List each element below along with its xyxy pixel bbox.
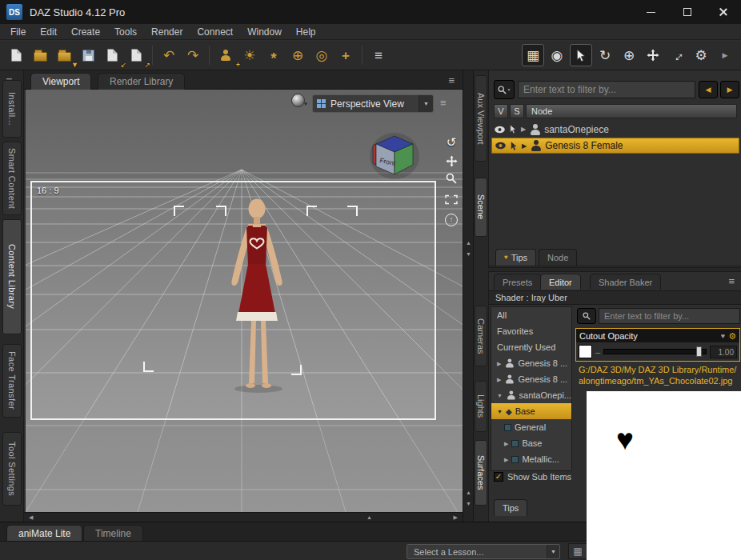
camera-pan-icon[interactable]	[443, 152, 460, 170]
surfaces-list-item-base-selected[interactable]: Base	[491, 403, 571, 419]
pane-layout-button[interactable]	[367, 44, 390, 66]
undo-button[interactable]	[158, 44, 180, 66]
viewport-horizontal-scrollbar[interactable]	[24, 512, 463, 522]
visibility-column-header[interactable]: V	[494, 104, 508, 118]
menu-create[interactable]: Create	[64, 24, 107, 40]
menu-file[interactable]: File	[3, 24, 33, 40]
scroll-up-icon[interactable]	[466, 240, 471, 246]
camera-reset-icon[interactable]	[443, 211, 460, 229]
point-light-button[interactable]	[262, 44, 285, 66]
geometry-grid-tool-button[interactable]	[522, 44, 544, 66]
cursor-icon[interactable]	[511, 142, 518, 150]
scene-row-genesis-8-female[interactable]: Genesis 8 Female	[491, 138, 739, 154]
expander-icon[interactable]	[504, 441, 508, 446]
opacity-slider[interactable]	[603, 349, 707, 354]
aim-target-button[interactable]	[334, 44, 357, 66]
property-gear-icon[interactable]	[728, 331, 736, 341]
texture-map-swatch[interactable]	[579, 345, 592, 358]
expander-icon[interactable]	[522, 142, 527, 150]
tab-render-library[interactable]: Render Library	[98, 73, 185, 90]
universal-tool-button[interactable]	[618, 44, 640, 66]
scene-bottom-tab-tips[interactable]: Tips	[495, 249, 536, 266]
tab-animate-lite[interactable]: aniMate Lite	[6, 525, 82, 542]
camera-button[interactable]	[310, 44, 333, 66]
opacity-value[interactable]: 1.00	[710, 346, 737, 358]
viewport-options-icon[interactable]	[440, 97, 447, 109]
nudge-minus-icon[interactable]	[595, 347, 600, 357]
scene-row-santaonepiece[interactable]: santaOnepiece	[494, 122, 737, 137]
scene-filter-input[interactable]	[518, 81, 695, 98]
camera-zoom-icon[interactable]	[443, 170, 460, 187]
layout-grid-button[interactable]	[568, 543, 587, 559]
surfaces-filter-search-button[interactable]	[577, 308, 596, 324]
scene-bottom-tab-node[interactable]: Node	[539, 249, 577, 266]
scroll-up-icon[interactable]	[466, 490, 471, 495]
menu-window[interactable]: Window	[240, 24, 289, 40]
minimize-button[interactable]	[633, 0, 669, 24]
surfaces-tab-presets[interactable]: Presets	[494, 274, 541, 290]
surfaces-list-item-favorites[interactable]: Favorites	[491, 323, 571, 339]
scene-filter-prev-button[interactable]	[699, 81, 718, 98]
favorite-heart-icon[interactable]	[721, 332, 725, 340]
expander-icon[interactable]	[497, 377, 501, 382]
scale-tool-button[interactable]	[666, 44, 688, 66]
scroll-left-icon[interactable]	[29, 514, 33, 520]
left-tab-smart-content[interactable]: Smart Content	[2, 142, 22, 215]
surfaces-list-item-genesis-8-2[interactable]: Genesis 8 ...	[491, 371, 571, 387]
surfaces-tab-editor[interactable]: Editor	[540, 274, 581, 290]
surfaces-filter-input[interactable]	[599, 308, 740, 324]
open-recent-button[interactable]	[53, 44, 75, 66]
camera-rotate-icon[interactable]	[443, 133, 460, 150]
eye-icon[interactable]	[495, 142, 507, 150]
left-tab-content-library[interactable]: Content Library	[2, 219, 22, 334]
surfaces-pane-menu-icon[interactable]	[728, 275, 735, 287]
expander-icon[interactable]	[521, 126, 526, 133]
surfaces-list-item-santaonepiece[interactable]: santaOnepi...	[491, 387, 571, 403]
globe-button[interactable]	[286, 44, 309, 66]
menu-render[interactable]: Render	[144, 24, 190, 40]
expander-icon[interactable]	[497, 393, 503, 398]
node-column-header[interactable]: Node	[526, 104, 737, 118]
surfaces-list-item-genesis-8-1[interactable]: Genesis 8 ...	[491, 355, 571, 371]
draw-style-caret-icon[interactable]	[303, 102, 308, 106]
surfaces-list-item-base-child[interactable]: Base	[491, 435, 571, 451]
more-tools-button[interactable]	[714, 44, 736, 66]
left-tab-tool-settings[interactable]: Tool Settings	[2, 432, 22, 506]
viewport-canvas[interactable]: 16 : 9 Perspective V	[26, 90, 463, 512]
surfaces-list-item-all[interactable]: All	[491, 307, 571, 323]
checkbox-checked-icon[interactable]	[494, 472, 503, 482]
tool-settings-gear-button[interactable]	[690, 44, 712, 66]
import-button[interactable]: ↙	[101, 44, 123, 66]
expander-icon[interactable]	[497, 409, 503, 414]
new-file-button[interactable]	[5, 44, 27, 66]
menu-help[interactable]: Help	[289, 24, 323, 40]
left-tab-face-transfer[interactable]: Face Transfer	[2, 344, 22, 418]
surfaces-list-item-currently-used[interactable]: Currently Used	[491, 339, 571, 355]
camera-selector-dropdown[interactable]: Perspective View	[312, 94, 434, 113]
right-tab-aux-viewport[interactable]: Aux Viewport	[475, 75, 487, 162]
menu-tools[interactable]: Tools	[107, 24, 144, 40]
slider-handle[interactable]	[696, 346, 702, 357]
lesson-selector-dropdown[interactable]: Select a Lesson...	[407, 544, 560, 559]
export-button[interactable]: ↗	[125, 44, 147, 66]
splitter-nub-icon[interactable]	[366, 514, 372, 520]
genesis-figure[interactable]	[214, 195, 302, 407]
redo-button[interactable]	[182, 44, 204, 66]
surfaces-bottom-tab-tips[interactable]: Tips	[494, 499, 527, 516]
scroll-down-icon[interactable]	[466, 501, 471, 506]
show-sub-items-checkbox-row[interactable]: Show Sub Items	[494, 472, 571, 482]
create-figure-button[interactable]	[214, 44, 237, 66]
cursor-icon[interactable]	[510, 125, 517, 134]
expander-icon[interactable]	[504, 457, 508, 462]
right-tab-surfaces[interactable]: Surfaces	[475, 440, 487, 506]
scroll-right-icon[interactable]	[454, 514, 458, 520]
scroll-down-icon[interactable]	[466, 251, 471, 257]
eye-icon[interactable]	[494, 126, 506, 134]
surfaces-list-item-general[interactable]: General	[491, 419, 571, 435]
open-button[interactable]	[29, 44, 51, 66]
viewport-pane-menu-icon[interactable]	[448, 74, 455, 86]
right-tab-scene[interactable]: Scene	[475, 178, 487, 237]
left-tab-install[interactable]: Install...	[2, 80, 22, 138]
tab-viewport[interactable]: Viewport	[30, 73, 91, 90]
maximize-button[interactable]	[669, 0, 705, 24]
